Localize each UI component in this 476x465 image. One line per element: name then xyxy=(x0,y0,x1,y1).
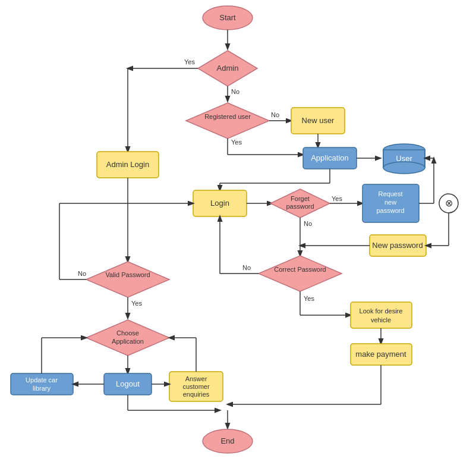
valid-yes-label: Yes xyxy=(131,300,142,307)
registered-user-label: Registered user xyxy=(204,113,251,120)
choose-app-label1: Choose xyxy=(116,329,139,337)
valid-no-label: No xyxy=(78,270,86,277)
req-pw-label2: new xyxy=(384,199,396,206)
svg-marker-6 xyxy=(186,103,269,139)
correct-yes-label: Yes xyxy=(304,295,314,302)
req-pw-label1: Request xyxy=(379,190,403,197)
admin-label: Admin xyxy=(217,64,239,73)
new-password-label: New password xyxy=(372,241,423,250)
end-label: End xyxy=(220,436,234,445)
admin-no-label: No xyxy=(231,88,239,95)
answer-enq-label2: customer xyxy=(182,383,210,390)
reg-yes-label: Yes xyxy=(231,139,242,146)
look-vehicle-label2: vehicle xyxy=(371,316,391,323)
user-db-label: User xyxy=(396,154,412,163)
admin-yes-label: Yes xyxy=(184,58,195,65)
answer-enq-label1: Answer xyxy=(185,375,207,382)
choose-app-label2: Application xyxy=(112,338,144,345)
update-car-label1: Update car xyxy=(26,376,58,384)
forget-yes-label: Yes xyxy=(332,195,342,202)
req-pw-label3: password xyxy=(376,207,404,214)
look-vehicle-label1: Look for desire xyxy=(360,307,403,315)
forget-pw-label1: Forget xyxy=(291,195,310,202)
svg-point-18 xyxy=(383,162,425,174)
forget-pw-label2: password xyxy=(286,203,314,210)
flowchart-svg: Start Admin Yes No Registered user No Ne… xyxy=(0,0,476,465)
correct-pw-label1: Correct Password xyxy=(274,266,326,273)
start-label: Start xyxy=(219,13,236,22)
correct-no-label: No xyxy=(242,264,251,271)
circle-x-label: ⊗ xyxy=(445,198,453,208)
application-top-label: Application xyxy=(311,153,349,162)
answer-enq-label3: enquiries xyxy=(183,391,210,398)
update-car-label2: library xyxy=(33,385,51,392)
admin-login-label: Admin Login xyxy=(106,160,149,169)
svg-marker-44 xyxy=(259,256,342,291)
new-user-label: New user xyxy=(302,116,335,125)
login-label: Login xyxy=(210,199,229,208)
reg-no-label: No xyxy=(271,111,279,118)
svg-marker-39 xyxy=(86,262,169,297)
valid-pw-label1: Valid Password xyxy=(106,271,150,278)
forget-no-label: No xyxy=(304,220,312,227)
svg-rect-49 xyxy=(351,302,412,328)
logout-label: Logout xyxy=(116,379,140,388)
flowchart-container: Start Admin Yes No Registered user No Ne… xyxy=(0,0,476,465)
make-payment-label: make payment xyxy=(355,350,406,359)
